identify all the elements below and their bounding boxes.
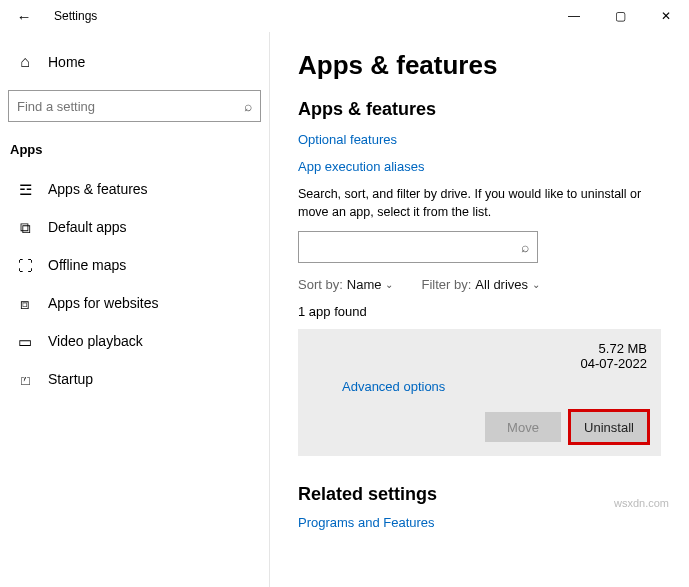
nav-label: Video playback [48, 333, 143, 349]
sort-value: Name [347, 277, 382, 292]
startup-icon: ⏍ [16, 372, 34, 387]
app-size: 5.72 MB [599, 341, 647, 356]
home-label: Home [48, 54, 85, 70]
back-button[interactable]: ← [8, 0, 40, 32]
nav-default-apps[interactable]: ⧉ Default apps [8, 209, 261, 245]
filter-value: All drives [475, 277, 528, 292]
video-icon: ▭ [16, 334, 34, 349]
chevron-down-icon: ⌄ [532, 279, 540, 290]
advanced-options-link[interactable]: Advanced options [342, 379, 647, 394]
home-icon: ⌂ [16, 53, 34, 71]
nav-label: Apps for websites [48, 295, 159, 311]
app-card[interactable]: 5.72 MB 04-07-2022 Advanced options Move… [298, 329, 661, 456]
optional-features-link[interactable]: Optional features [298, 132, 661, 147]
description-text: Search, sort, and filter by drive. If yo… [298, 186, 661, 221]
related-settings-title: Related settings [298, 484, 661, 505]
search-box[interactable]: ⌕ [8, 90, 261, 122]
move-button[interactable]: Move [485, 412, 561, 442]
minimize-button[interactable]: — [551, 0, 597, 32]
filter-label: Filter by: [421, 277, 471, 292]
close-button[interactable]: ✕ [643, 0, 689, 32]
chevron-down-icon: ⌄ [385, 279, 393, 290]
search-input[interactable] [17, 99, 244, 114]
nav-startup[interactable]: ⏍ Startup [8, 361, 261, 397]
web-icon: ⧈ [16, 296, 34, 311]
nav-apps-websites[interactable]: ⧈ Apps for websites [8, 285, 261, 321]
app-search-box[interactable]: ⌕ [298, 231, 538, 263]
section-header-apps: Apps [8, 136, 261, 171]
sidebar: ⌂ Home ⌕ Apps ☲ Apps & features ⧉ Defaul… [0, 32, 270, 587]
watermark: wsxdn.com [614, 497, 669, 509]
section-title: Apps & features [298, 99, 661, 120]
search-icon: ⌕ [521, 239, 529, 255]
app-search-input[interactable] [307, 240, 521, 255]
page-title: Apps & features [298, 50, 661, 81]
maximize-button[interactable]: ▢ [597, 0, 643, 32]
nav-label: Startup [48, 371, 93, 387]
defaults-icon: ⧉ [16, 220, 34, 235]
results-count: 1 app found [298, 304, 661, 319]
uninstall-button[interactable]: Uninstall [571, 412, 647, 442]
sort-by-dropdown[interactable]: Sort by: Name ⌄ [298, 277, 393, 292]
app-date: 04-07-2022 [581, 356, 648, 371]
list-icon: ☲ [16, 182, 34, 197]
nav-label: Default apps [48, 219, 127, 235]
map-icon: ⛶ [16, 258, 34, 273]
nav-video-playback[interactable]: ▭ Video playback [8, 323, 261, 359]
search-icon: ⌕ [244, 98, 252, 114]
window-title: Settings [54, 9, 97, 23]
nav-label: Apps & features [48, 181, 148, 197]
home-nav[interactable]: ⌂ Home [8, 44, 261, 80]
nav-offline-maps[interactable]: ⛶ Offline maps [8, 247, 261, 283]
app-aliases-link[interactable]: App execution aliases [298, 159, 661, 174]
filter-by-dropdown[interactable]: Filter by: All drives ⌄ [421, 277, 540, 292]
programs-features-link[interactable]: Programs and Features [298, 515, 661, 530]
window-controls: — ▢ ✕ [551, 0, 689, 32]
nav-label: Offline maps [48, 257, 126, 273]
sort-label: Sort by: [298, 277, 343, 292]
nav-apps-features[interactable]: ☲ Apps & features [8, 171, 261, 207]
